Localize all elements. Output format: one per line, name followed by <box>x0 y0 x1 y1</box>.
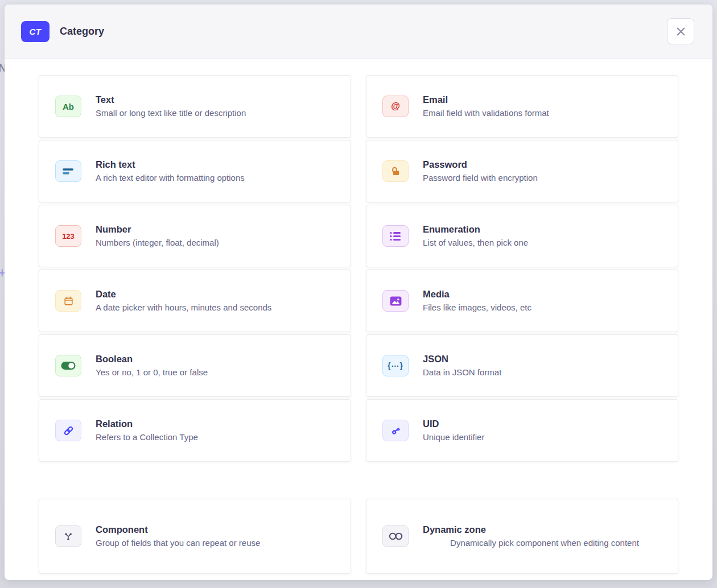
calendar-icon <box>55 290 81 312</box>
field-title: Email <box>423 94 666 106</box>
nodes-icon <box>55 525 81 547</box>
field-title: Relation <box>96 418 339 430</box>
icon-label: Ab <box>63 102 74 111</box>
at-sign-icon: @ <box>382 96 409 117</box>
field-description: Dynamically pick component when editing … <box>423 537 666 549</box>
picture-icon <box>382 290 409 312</box>
field-title: Component <box>96 524 339 536</box>
field-title: Rich text <box>96 159 339 171</box>
icon-label: {⋯} <box>388 361 403 370</box>
field-title: Dynamic zone <box>423 524 666 536</box>
key-icon <box>382 420 409 441</box>
field-card-email[interactable]: @ Email Email field with validations for… <box>366 75 678 138</box>
field-card-media[interactable]: Media Files like images, videos, etc <box>366 270 678 332</box>
curly-braces-icon: {⋯} <box>382 355 409 376</box>
field-card-richtext[interactable]: Rich text A rich text editor with format… <box>39 140 351 202</box>
modal-title: Category <box>60 26 104 38</box>
field-card-number[interactable]: 123 Number Numbers (integer, float, deci… <box>39 205 351 267</box>
ab-text-icon: Ab <box>55 96 81 117</box>
field-card-relation[interactable]: Relation Refers to a Collection Type <box>39 399 351 462</box>
content-type-badge-label: CT <box>30 27 42 36</box>
field-card-enumeration[interactable]: Enumeration List of values, then pick on… <box>366 205 678 267</box>
field-description: A date picker with hours, minutes and se… <box>96 302 339 313</box>
icon-label: @ <box>391 101 400 111</box>
field-description: A rich text editor with formatting optio… <box>96 172 339 184</box>
field-title: Boolean <box>96 353 339 365</box>
field-title: Date <box>96 288 339 300</box>
modal-header: CT Category <box>5 5 712 59</box>
field-description: Data in JSON format <box>423 367 666 378</box>
field-description: Group of fields that you can repeat or r… <box>96 537 339 549</box>
field-card-component[interactable]: Component Group of fields that you can r… <box>39 499 351 574</box>
field-description: Small or long text like title or descrip… <box>96 107 339 119</box>
field-card-dynamiczone[interactable]: Dynamic zone Dynamically pick component … <box>366 499 678 574</box>
field-description: Refers to a Collection Type <box>96 432 339 443</box>
special-field-grid: Component Group of fields that you can r… <box>39 499 678 574</box>
content-type-badge: CT <box>21 21 50 42</box>
field-title: UID <box>423 418 666 430</box>
icon-label: 123 <box>62 232 75 241</box>
field-description: Files like images, videos, etc <box>423 302 666 313</box>
field-title: Password <box>423 159 666 171</box>
field-card-json[interactable]: {⋯} JSON Data in JSON format <box>366 334 678 397</box>
field-title: Text <box>96 94 339 106</box>
modal-body: Ab Text Small or long text like title or… <box>5 59 712 587</box>
field-description: Unique identifier <box>423 432 666 443</box>
field-title: Enumeration <box>423 223 666 235</box>
chain-link-icon <box>55 420 81 441</box>
field-description: Yes or no, 1 or 0, true or false <box>96 367 339 378</box>
field-description: Email field with validations format <box>423 107 666 119</box>
field-title: Media <box>423 288 666 300</box>
field-title: JSON <box>423 353 666 365</box>
toggle-icon <box>55 355 81 376</box>
text-lines-icon <box>55 160 81 182</box>
field-card-boolean[interactable]: Boolean Yes or no, 1 or 0, true or false <box>39 334 351 397</box>
field-description: Password field with encryption <box>423 172 666 184</box>
bullet-list-icon <box>382 225 409 247</box>
infinity-icon <box>382 525 409 547</box>
field-card-text[interactable]: Ab Text Small or long text like title or… <box>39 75 351 138</box>
field-description: Numbers (integer, float, decimal) <box>96 237 339 249</box>
one-two-three-icon: 123 <box>55 225 81 247</box>
close-icon <box>676 27 686 36</box>
field-card-password[interactable]: Password Password field with encryption <box>366 140 678 202</box>
field-type-grid: Ab Text Small or long text like title or… <box>39 75 678 462</box>
close-button[interactable] <box>667 18 694 44</box>
field-description: List of values, then pick one <box>423 237 666 249</box>
field-card-date[interactable]: Date A date picker with hours, minutes a… <box>39 270 351 332</box>
lock-icon <box>382 160 409 182</box>
field-card-uid[interactable]: UID Unique identifier <box>366 399 678 462</box>
field-title: Number <box>96 223 339 235</box>
field-select-modal: CT Category Ab Text Small or long text l… <box>5 5 712 580</box>
